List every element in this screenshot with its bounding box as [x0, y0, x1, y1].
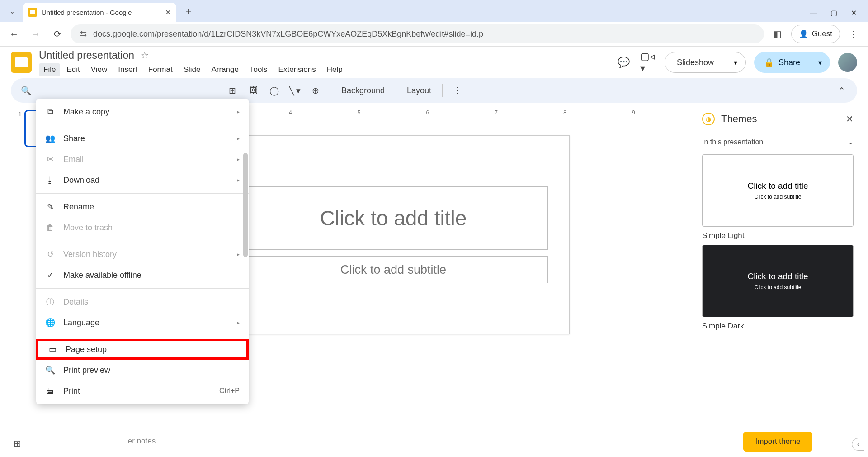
title-placeholder[interactable]: Click to add title [239, 186, 548, 250]
menu-item-email: ✉Email▸ [36, 149, 249, 170]
themes-section-label: In this presentation [702, 138, 763, 146]
close-tab-icon[interactable]: ✕ [165, 8, 171, 17]
menu-item-label: Move to trash [63, 223, 113, 233]
profile-chip[interactable]: 👤 Guest [791, 25, 840, 43]
comment-icon[interactable]: ⊕ [307, 82, 324, 99]
back-button[interactable]: ← [5, 25, 23, 43]
image-icon[interactable]: 🖼 [245, 82, 261, 99]
collapse-toolbar-icon[interactable]: ⌃ [834, 82, 850, 99]
menu-item-label: Language [63, 318, 99, 328]
menu-format[interactable]: Format [144, 63, 177, 76]
ruler-mark: 4 [289, 109, 292, 116]
menu-divider [36, 193, 249, 194]
import-theme-button[interactable]: Import theme [743, 432, 812, 452]
preview-icon: 🔍 [45, 365, 55, 375]
url-field[interactable]: ⇆ docs.google.com/presentation/d/1LzrCID… [71, 24, 764, 43]
forward-button[interactable]: → [27, 25, 44, 43]
menu-insert[interactable]: Insert [113, 63, 142, 76]
browser-tab[interactable]: Untitled presentation - Google ✕ [23, 3, 176, 22]
menu-item-make-a-copy[interactable]: ⧉Make a copy▸ [36, 101, 249, 122]
line-icon[interactable]: ╲ ▾ [287, 82, 303, 99]
star-icon[interactable]: ☆ [141, 50, 149, 61]
slideshow-dropdown[interactable]: ▾ [726, 52, 746, 73]
grid-view-icon[interactable]: ⊞ [14, 438, 21, 449]
theme-card-light[interactable]: Click to add title Click to add subtitle [702, 154, 854, 227]
menu-divider [36, 241, 249, 241]
menu-arrange[interactable]: Arrange [207, 63, 243, 76]
textbox-icon[interactable]: ⊞ [224, 82, 241, 99]
submenu-arrow-icon: ▸ [237, 109, 240, 115]
slide-canvas[interactable]: Click to add title Click to add subtitle [217, 135, 570, 334]
separator [330, 84, 330, 97]
left-rail [0, 106, 14, 457]
menu-tools[interactable]: Tools [245, 63, 272, 76]
slideshow-button[interactable]: Slideshow [665, 52, 726, 73]
site-info-icon[interactable]: ⇆ [79, 29, 88, 38]
menu-extensions[interactable]: Extensions [274, 63, 321, 76]
menu-item-version-history: ↺Version history▸ [36, 244, 249, 265]
close-panel-icon[interactable]: ✕ [846, 114, 854, 124]
trash-icon: 🗑 [45, 223, 55, 233]
lock-icon: 🔒 [764, 57, 774, 67]
new-tab-button[interactable]: + [180, 3, 197, 20]
globe-icon: 🌐 [45, 318, 55, 328]
browser-tab-strip: ⌄ Untitled presentation - Google ✕ + — ▢… [0, 0, 868, 22]
tab-search-dropdown[interactable]: ⌄ [5, 4, 20, 19]
menu-divider [36, 125, 249, 125]
menu-item-details: ⓘDetails [36, 291, 249, 312]
menu-item-label: Make a copy [63, 107, 109, 117]
theme-card-dark[interactable]: Click to add title Click to add subtitle [702, 245, 854, 317]
menu-item-label: Email [63, 155, 84, 164]
more-icon[interactable]: ⋮ [449, 82, 465, 99]
ruler-mark: 9 [632, 109, 635, 116]
menu-help[interactable]: Help [322, 63, 347, 76]
search-menus-icon[interactable]: 🔍 [18, 82, 34, 99]
theme-name: Simple Dark [702, 322, 854, 331]
menu-item-make-available-offline[interactable]: ✓Make available offline [36, 265, 249, 286]
share-label: Share [778, 58, 800, 67]
browser-menu-icon[interactable]: ⋮ [844, 25, 863, 43]
menu-item-language[interactable]: 🌐Language▸ [36, 312, 249, 333]
document-title[interactable]: Untitled presentation [39, 49, 134, 62]
subtitle-placeholder[interactable]: Click to add subtitle [239, 256, 548, 283]
account-avatar[interactable] [838, 53, 857, 72]
submenu-arrow-icon: ▸ [237, 177, 240, 183]
reload-button[interactable]: ⟳ [49, 25, 66, 43]
meet-icon[interactable]: ▢◃ ▾ [640, 54, 656, 71]
layout-button[interactable]: Layout [402, 86, 436, 95]
url-text: docs.google.com/presentation/d/1LzrCIDSN… [93, 29, 483, 39]
menu-edit[interactable]: Edit [62, 63, 84, 76]
comments-icon[interactable]: 💬 [616, 54, 632, 71]
menu-divider [36, 288, 249, 289]
ruler-mark: 5 [358, 109, 361, 116]
speaker-notes[interactable]: er notes [119, 431, 668, 452]
background-button[interactable]: Background [337, 86, 389, 95]
window-close-icon[interactable]: ✕ [851, 9, 857, 17]
themes-section-header[interactable]: In this presentation ⌄ [692, 134, 863, 150]
themes-list: Click to add title Click to add subtitle… [692, 150, 863, 427]
menu-item-page-setup[interactable]: ▭Page setup [36, 339, 249, 360]
shortcut-label: Ctrl+P [219, 387, 240, 395]
menu-item-print[interactable]: 🖶PrintCtrl+P [36, 381, 249, 401]
menu-view[interactable]: View [86, 63, 112, 76]
menu-item-rename[interactable]: ✎Rename [36, 196, 249, 217]
menu-item-label: Print [63, 386, 80, 396]
offline-icon: ✓ [45, 270, 55, 280]
menu-slide[interactable]: Slide [179, 63, 205, 76]
shape-icon[interactable]: ◯ [266, 82, 282, 99]
menu-file[interactable]: File [39, 63, 60, 76]
share-button[interactable]: 🔒 Share [754, 52, 810, 73]
share-dropdown[interactable]: ▾ [810, 52, 830, 73]
explore-fab[interactable]: ‹ [852, 438, 864, 451]
window-maximize-icon[interactable]: ▢ [830, 9, 837, 17]
side-panel-icon[interactable]: ◧ [769, 25, 787, 43]
window-minimize-icon[interactable]: — [810, 9, 817, 17]
menu-item-share[interactable]: 👥Share▸ [36, 128, 249, 149]
history-icon: ↺ [45, 249, 55, 259]
slides-logo-icon[interactable] [11, 52, 32, 73]
menu-item-print-preview[interactable]: 🔍Print preview [36, 360, 249, 381]
slide-number: 1 [18, 110, 22, 147]
menu-item-download[interactable]: ⭳Download▸ [36, 170, 249, 190]
menu-item-label: Page setup [66, 345, 107, 354]
download-icon: ⭳ [45, 175, 55, 185]
